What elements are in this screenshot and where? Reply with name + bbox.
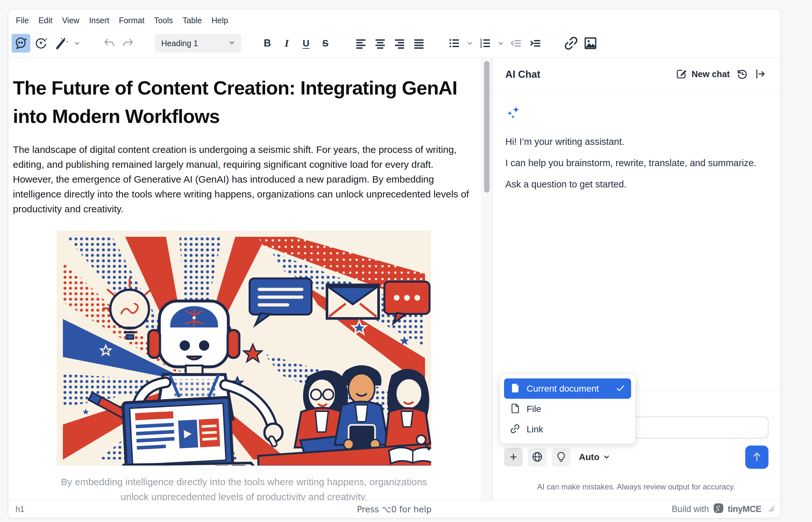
toolbar: Heading 1 B I U S xyxy=(8,29,780,57)
italic-button[interactable]: I xyxy=(277,34,296,53)
editor-scrollbar-track[interactable] xyxy=(481,58,492,500)
history-icon xyxy=(735,67,748,81)
menu-file[interactable]: File xyxy=(11,13,34,28)
menu-tools[interactable]: Tools xyxy=(149,13,178,28)
link-icon xyxy=(564,36,579,51)
menu-format[interactable]: Format xyxy=(114,13,149,28)
align-center-button[interactable] xyxy=(371,34,390,53)
ai-shortcuts-icon xyxy=(34,36,48,51)
strikethrough-icon: S xyxy=(322,38,328,49)
svg-text:3: 3 xyxy=(480,44,482,48)
new-chat-button[interactable]: New chat xyxy=(672,65,733,84)
bold-icon: B xyxy=(264,37,271,49)
greeting-line: Hi! I’m your writing assistant. xyxy=(505,135,767,148)
collapse-panel-icon xyxy=(754,67,767,81)
document-paragraph[interactable]: The landscape of digital content creatio… xyxy=(13,142,475,217)
branding-name: tinyMCE xyxy=(728,504,762,514)
document-edit-area[interactable]: The Future of Content Creation: Integrat… xyxy=(8,58,481,500)
editor-header: File Edit View Insert Format Tools Table… xyxy=(8,9,780,58)
format-select-value: Heading 1 xyxy=(161,39,198,48)
branding-prefix: Build with xyxy=(672,504,709,514)
menu-item-link[interactable]: Link xyxy=(504,419,631,439)
outdent-icon xyxy=(509,36,523,50)
magic-wand-icon xyxy=(54,36,68,51)
resize-handle-icon[interactable] xyxy=(767,504,774,514)
strikethrough-button[interactable]: S xyxy=(316,34,335,53)
menu-item-label: Current document xyxy=(527,384,609,394)
lightbulb-icon xyxy=(555,451,567,464)
bullet-list-menu-chevron[interactable] xyxy=(464,34,475,53)
link-icon xyxy=(510,424,520,435)
plus-icon: + xyxy=(510,451,517,463)
align-left-icon xyxy=(354,36,368,50)
align-left-button[interactable] xyxy=(352,34,370,53)
branding[interactable]: Build with tinyMCE xyxy=(672,503,774,516)
chat-controls: + xyxy=(504,445,768,469)
ai-chat-toggle-button[interactable] xyxy=(12,34,30,53)
insert-link-button[interactable] xyxy=(562,34,581,53)
bullet-list-button[interactable] xyxy=(445,34,464,53)
checkmark-icon xyxy=(616,383,625,394)
menu-table[interactable]: Table xyxy=(178,13,207,28)
document-figure[interactable]: By embedding intelligence directly into … xyxy=(57,231,431,500)
ai-shortcuts-button[interactable] xyxy=(32,34,50,53)
menu-insert[interactable]: Insert xyxy=(84,13,114,28)
genai-collaboration-illustration xyxy=(57,231,431,465)
ai-chat-header: AI Chat New chat xyxy=(493,58,780,91)
mode-select-value: Auto xyxy=(579,452,600,462)
format-select[interactable]: Heading 1 xyxy=(155,34,241,53)
document-title[interactable]: The Future of Content Creation: Integrat… xyxy=(13,74,475,130)
menu-edit[interactable]: Edit xyxy=(34,13,57,28)
ai-chat-messages: Hi! I’m your writing assistant. I can he… xyxy=(493,91,780,390)
chat-history-button[interactable] xyxy=(733,65,751,84)
bold-button[interactable]: B xyxy=(258,34,277,53)
greeting-line: Ask a question to get started. xyxy=(505,178,767,191)
bullet-list-icon xyxy=(447,36,461,50)
ai-rewrite-menu-chevron[interactable] xyxy=(71,34,83,53)
chevron-down-icon xyxy=(603,453,610,462)
numbered-list-menu-chevron[interactable] xyxy=(495,34,506,53)
insert-image-button[interactable] xyxy=(581,34,600,53)
menu-help[interactable]: Help xyxy=(207,13,233,28)
web-search-button[interactable] xyxy=(528,448,547,466)
align-center-icon xyxy=(373,36,387,50)
indent-icon xyxy=(528,36,543,50)
ai-rewrite-button[interactable] xyxy=(51,34,70,53)
redo-icon xyxy=(122,36,136,50)
align-justify-button[interactable] xyxy=(410,34,428,53)
underline-button[interactable]: U xyxy=(297,34,315,53)
status-bar: Press ⌥0 for help h1 Build with tinyMCE xyxy=(8,500,780,518)
mode-select[interactable]: Auto xyxy=(579,452,610,462)
outdent-button[interactable] xyxy=(507,34,526,53)
close-panel-icon-button[interactable] xyxy=(751,65,769,84)
indent-button[interactable] xyxy=(526,34,545,53)
send-message-button[interactable] xyxy=(745,445,768,469)
align-right-icon xyxy=(393,36,407,50)
align-right-button[interactable] xyxy=(390,34,409,53)
document-icon xyxy=(510,383,520,395)
image-icon xyxy=(583,36,598,51)
redo-button[interactable] xyxy=(119,34,138,53)
arrow-up-icon xyxy=(750,450,763,464)
chevron-down-icon xyxy=(228,39,235,48)
undo-button[interactable] xyxy=(99,34,118,53)
menu-view[interactable]: View xyxy=(57,13,84,28)
ai-disclaimer: AI can make mistakes. Always review outp… xyxy=(504,482,768,491)
editor-scrollbar-thumb[interactable] xyxy=(484,61,490,193)
tinymce-logo-icon xyxy=(713,503,724,516)
menu-item-file[interactable]: File xyxy=(504,399,631,419)
menubar: File Edit View Insert Format Tools Table… xyxy=(8,9,780,29)
globe-icon xyxy=(531,451,543,464)
editor-window: File Edit View Insert Format Tools Table… xyxy=(8,9,780,518)
italic-icon: I xyxy=(285,37,289,49)
assistant-greeting: Hi! I’m your writing assistant. I can he… xyxy=(505,135,767,191)
help-shortcut-hint: Press ⌥0 for help xyxy=(8,505,780,514)
ai-chat-icon xyxy=(14,36,28,51)
editor-main: The Future of Content Creation: Integrat… xyxy=(8,58,780,500)
numbered-list-button[interactable]: 123 xyxy=(476,34,495,53)
menu-item-current-document[interactable]: Current document xyxy=(504,378,631,399)
suggestions-button[interactable] xyxy=(552,448,570,466)
figure-caption: By embedding intelligence directly into … xyxy=(57,475,431,500)
new-chat-label: New chat xyxy=(691,69,730,79)
add-attachment-button[interactable]: + xyxy=(504,448,523,466)
